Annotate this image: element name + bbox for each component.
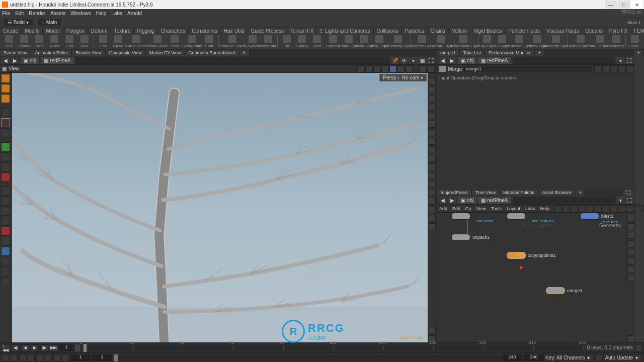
shelf-tab[interactable]: Terrain FX — [287, 28, 317, 34]
view-tool-btn[interactable] — [365, 65, 372, 72]
tool-btn[interactable] — [1, 152, 10, 161]
info-icon[interactable] — [618, 65, 625, 72]
shelf-tab[interactable]: Lights and Cameras — [322, 28, 374, 34]
net-tool[interactable] — [619, 205, 626, 212]
shelf-tab[interactable]: FEM — [631, 28, 644, 34]
search-icon[interactable] — [602, 65, 609, 72]
net-tool[interactable] — [603, 205, 610, 212]
node-blast3[interactable]: blast3 — [580, 213, 613, 220]
net-tool[interactable] — [627, 257, 634, 264]
breadcrumb-node[interactable]: ▦redPineA — [478, 197, 511, 204]
menu-edit[interactable]: Edit — [15, 11, 24, 16]
back-button[interactable]: ◀ — [439, 57, 447, 64]
net-menu-layout[interactable]: Layout — [507, 206, 520, 211]
refresh-icon[interactable]: ⟳ — [400, 57, 408, 64]
shelf-draw-curve[interactable]: Draw Curve — [148, 35, 167, 48]
shelf-tab[interactable]: Pyro FX — [606, 28, 631, 34]
shelf-vr-camera[interactable]: VR Camera — [592, 35, 608, 48]
menu-labs[interactable]: Labs — [111, 11, 122, 16]
shelf-geo-light[interactable]: Geometry Light — [387, 35, 409, 48]
shelf-tab[interactable]: Guide Process — [248, 28, 287, 34]
shelf-switcher[interactable]: Switcher — [609, 35, 623, 48]
menu-icon[interactable]: ▾ — [409, 57, 417, 64]
node-name-field[interactable]: merge1 — [464, 66, 592, 72]
shelf-null[interactable]: Null — [77, 35, 92, 48]
pane-tab-render-view[interactable]: Render View — [72, 50, 105, 56]
net-tool[interactable] — [627, 335, 634, 342]
shelf-grid[interactable]: Grid — [62, 35, 76, 48]
bb-btn[interactable] — [11, 354, 18, 361]
shelf-tab[interactable]: Polygon — [63, 28, 88, 34]
net-tab-add[interactable]: + — [576, 190, 586, 196]
tool-btn[interactable] — [1, 187, 10, 196]
tool-btn[interactable] — [1, 277, 10, 286]
tool-btn[interactable] — [1, 162, 10, 171]
minimize-button[interactable]: — — [605, 1, 617, 9]
view-tool-btn[interactable] — [406, 65, 413, 72]
pane-tab-add-right[interactable]: + — [634, 50, 644, 56]
net-tool[interactable] — [627, 275, 634, 282]
breadcrumb-obj[interactable]: ▣obj — [21, 57, 39, 64]
bb-btn[interactable] — [53, 354, 60, 361]
shelf-tab[interactable]: Simple FX — [317, 28, 322, 34]
pane-tab-anim-editor[interactable]: Animation Editor — [31, 50, 72, 56]
bb-btn[interactable] — [19, 354, 26, 361]
shelf-tab[interactable]: Rigging — [134, 28, 157, 34]
key-channels-dropdown[interactable]: Key: All Channels — [545, 355, 585, 360]
shelf-tab[interactable]: Model — [43, 28, 63, 34]
shelf-tab[interactable]: Constraints — [189, 28, 221, 34]
path-input[interactable] — [513, 197, 615, 204]
shelf-stereo-camera[interactable]: Stereo Camera — [570, 35, 591, 48]
forward-button[interactable]: ▶ — [11, 57, 19, 64]
view-tool-btn[interactable] — [420, 65, 427, 72]
shelf-tab[interactable]: Grains — [428, 28, 449, 34]
bb-btn[interactable] — [45, 354, 52, 361]
shelf-file[interactable]: File — [280, 35, 294, 48]
back-button[interactable]: ◀ — [2, 57, 10, 64]
menu-windows[interactable]: Windows — [70, 11, 91, 16]
menu-icon[interactable] — [626, 65, 633, 72]
snap-btn[interactable] — [429, 223, 436, 230]
shelf-camera[interactable]: Camera — [326, 35, 340, 48]
net-tab-expand[interactable]: ⛶ — [623, 190, 635, 196]
tool-btn[interactable] — [1, 257, 10, 266]
shelf-volume-light[interactable]: Volume Light — [413, 35, 431, 48]
shelf-line[interactable]: Line — [96, 35, 110, 48]
shelf-tab[interactable]: Particles — [401, 28, 427, 34]
pane-tab-perf-monitor[interactable]: Performance Monitor — [485, 50, 535, 56]
pane-tab-add[interactable]: + — [535, 50, 545, 56]
bb-btn[interactable] — [36, 354, 43, 361]
tool-btn[interactable] — [1, 247, 10, 256]
snap-btn[interactable] — [429, 104, 436, 111]
shelf-circle[interactable]: Circle — [111, 35, 125, 48]
shelf-metaball[interactable]: Metaball — [261, 35, 275, 48]
snap-btn[interactable] — [429, 327, 436, 334]
forward-button[interactable]: ▶ — [448, 57, 456, 64]
shelf-tab[interactable]: Oceans — [582, 28, 606, 34]
path-input[interactable] — [75, 57, 390, 64]
range-handle[interactable] — [75, 344, 80, 351]
shelf-box[interactable]: Box — [2, 35, 16, 48]
shelf-path[interactable]: Path — [168, 35, 182, 48]
net-tool[interactable] — [554, 205, 561, 212]
tool-arrow[interactable] — [1, 108, 10, 117]
tool-btn[interactable] — [1, 267, 10, 276]
shelf-ambient-light[interactable]: Ambient Light — [546, 35, 566, 48]
net-tool[interactable] — [611, 205, 618, 212]
shelf-helix[interactable]: Helix — [310, 35, 324, 48]
help-icon[interactable] — [610, 65, 617, 72]
pane-tab-scene-view[interactable]: Scene View — [0, 50, 31, 56]
view-tool-btn[interactable] — [381, 65, 388, 72]
network-dropdown[interactable]: ⌂ Main — [37, 19, 62, 26]
view-label[interactable]: View — [9, 66, 20, 71]
forward-button[interactable]: ▶ — [448, 197, 456, 204]
tool-select[interactable] — [1, 74, 10, 83]
snap-btn[interactable] — [429, 95, 436, 102]
net-tool[interactable] — [587, 205, 594, 212]
back-button[interactable]: ◀ — [439, 197, 447, 204]
snap-btn[interactable] — [429, 138, 436, 145]
next-key-button[interactable]: |▶ — [40, 344, 48, 351]
tool-btn[interactable] — [1, 237, 10, 246]
shelf-tab[interactable]: Vellum — [449, 28, 470, 34]
net-menu-go[interactable]: Go — [465, 206, 471, 211]
